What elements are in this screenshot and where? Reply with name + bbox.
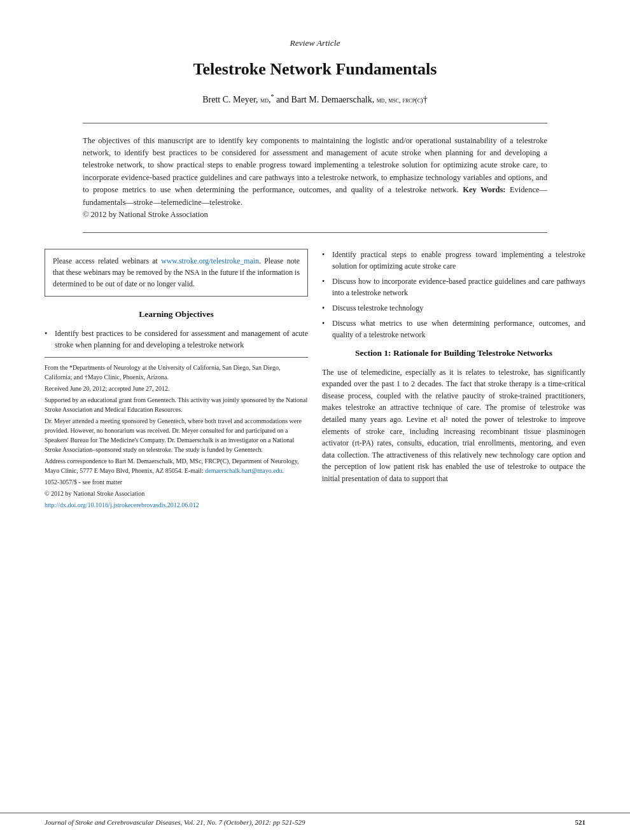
- right-bullets-list: Identify practical steps to enable progr…: [322, 249, 585, 340]
- learning-objectives-heading: Learning Objectives: [45, 308, 308, 321]
- footnote-email[interactable]: demaerschalk.bart@mayo.edu: [205, 467, 282, 474]
- list-item: Discuss telestroke technology: [322, 302, 585, 314]
- footnote-grant: Supported by an educational grant from G…: [45, 395, 308, 414]
- right-column: Identify practical steps to enable progr…: [322, 249, 585, 511]
- divider-bottom: [83, 232, 547, 233]
- list-item: Discuss how to incorporate evidence-base…: [322, 276, 585, 298]
- notice-box: Please access related webinars at www.st…: [45, 249, 308, 297]
- page-title: Telestroke Network Fundamentals: [45, 60, 585, 79]
- section1-heading: Section 1: Rationale for Building Telest…: [322, 347, 585, 360]
- left-column: Please access related webinars at www.st…: [45, 249, 308, 511]
- learning-objectives-list: Identify best practices to be considered…: [45, 328, 308, 351]
- footer-journal: Journal of Stroke and Cerebrovascular Di…: [45, 818, 305, 826]
- footnote-copyright2: © 2012 by National Stroke Association: [45, 489, 308, 498]
- footnote-doi: http://dx.doi.org/10.1016/j.jstrokecereb…: [45, 500, 308, 510]
- footnote-issn: 1052-3057/$ - see front matter: [45, 477, 308, 487]
- body-columns: Please access related webinars at www.st…: [45, 249, 585, 511]
- notice-link[interactable]: www.stroke.org/telestroke_main: [161, 256, 259, 265]
- list-item: Identify best practices to be considered…: [45, 328, 308, 351]
- footnotes: From the *Departments of Neurology at th…: [45, 357, 308, 510]
- notice-text1: Please access related webinars at: [53, 256, 161, 265]
- abstract: The objectives of this manuscript are to…: [83, 135, 547, 221]
- page: Review Article Telestroke Network Fundam…: [0, 0, 630, 840]
- footnote-conflict: Dr. Meyer attended a meeting sponsored b…: [45, 416, 308, 454]
- footnote-affiliation: From the *Departments of Neurology at th…: [45, 363, 308, 382]
- footer-page-number: 521: [575, 818, 586, 826]
- authors: Brett C. Meyer, md,* and Bart M. Demaers…: [45, 93, 585, 105]
- divider-top: [83, 123, 547, 123]
- page-footer: Journal of Stroke and Cerebrovascular Di…: [0, 813, 630, 826]
- list-item: Discuss what metrics to use when determi…: [322, 318, 585, 340]
- footnote-received: Received June 20, 2012; accepted June 27…: [45, 384, 308, 393]
- section1-body: The use of telemedicine, especially as i…: [322, 367, 585, 485]
- doi-link[interactable]: http://dx.doi.org/10.1016/j.jstrokecereb…: [45, 501, 199, 508]
- footnote-address: Address correspondence to Bart M. Demaer…: [45, 456, 308, 475]
- review-article-label: Review Article: [45, 38, 585, 48]
- national-text: National: [286, 396, 307, 403]
- list-item: Identify practical steps to enable progr…: [322, 249, 585, 272]
